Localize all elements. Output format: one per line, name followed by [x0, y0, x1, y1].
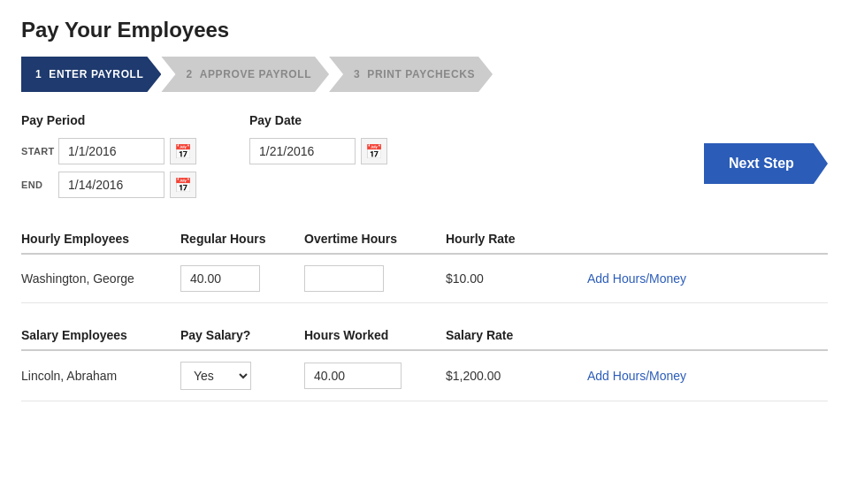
next-step-area: Next Step: [704, 113, 828, 184]
salary-hours-worked-cell: [304, 350, 446, 401]
table-row: Washington, George $10.00 Add Hours/Mone…: [21, 254, 828, 303]
pay-date-input[interactable]: [249, 138, 356, 164]
step-2-label: APPROVE PAYROLL: [200, 68, 311, 80]
hourly-overtime-hours-input[interactable]: [304, 265, 384, 292]
table-row: Lincoln, Abraham Yes No $1,200.00 Add Ho…: [21, 350, 828, 401]
col-regular-hours: Regular Hours: [180, 225, 304, 254]
pay-period-end-input[interactable]: [58, 172, 164, 198]
hourly-rate-cell: $10.00: [446, 254, 587, 303]
pay-date-group: Pay Date 📅: [249, 113, 387, 198]
salary-action-cell: Add Hours/Money: [587, 350, 828, 401]
hourly-section: Hourly Employees Regular Hours Overtime …: [21, 225, 828, 303]
salary-pay-salary-cell: Yes No: [180, 350, 304, 401]
next-step-button[interactable]: Next Step: [704, 143, 828, 184]
hourly-employees-table: Hourly Employees Regular Hours Overtime …: [21, 225, 828, 303]
page-title: Pay Your Employees: [21, 18, 828, 42]
step-1-label: ENTER PAYROLL: [49, 68, 143, 80]
col-hourly-action: [587, 225, 828, 254]
hourly-regular-hours-input[interactable]: [180, 265, 260, 292]
col-hourly-rate: Hourly Rate: [446, 225, 587, 254]
salary-rate-cell: $1,200.00: [446, 350, 587, 401]
salary-hours-worked-input[interactable]: [304, 363, 402, 389]
date-fields: Pay Period START 📅 END 📅 Pay Date 📅: [21, 113, 704, 198]
salary-add-hours-money-link[interactable]: Add Hours/Money: [587, 369, 686, 383]
hourly-regular-hours-cell: [180, 254, 304, 303]
start-label: START: [21, 146, 53, 157]
pay-date-label: Pay Date: [249, 113, 387, 127]
pay-period-label: Pay Period: [21, 113, 196, 127]
pay-period-group: Pay Period START 📅 END 📅: [21, 113, 196, 198]
step-2-number: 2: [186, 68, 192, 80]
hourly-add-hours-money-link[interactable]: Add Hours/Money: [587, 271, 686, 286]
col-pay-salary: Pay Salary?: [180, 321, 304, 350]
pay-salary-select[interactable]: Yes No: [180, 362, 251, 390]
step-2[interactable]: 2 APPROVE PAYROLL: [161, 57, 329, 92]
col-salary-rate: Salary Rate: [446, 321, 587, 350]
pay-period-start-calendar-icon[interactable]: 📅: [170, 138, 196, 164]
col-overtime-hours: Overtime Hours: [304, 225, 446, 254]
hourly-overtime-hours-cell: [304, 254, 446, 303]
hourly-action-cell: Add Hours/Money: [587, 254, 828, 303]
col-salary-employees: Salary Employees: [21, 321, 180, 350]
col-hours-worked: Hours Worked: [304, 321, 446, 350]
hourly-employee-name: Washington, George: [21, 254, 180, 303]
end-label: END: [21, 179, 53, 190]
salary-employees-table: Salary Employees Pay Salary? Hours Worke…: [21, 321, 828, 401]
salary-employee-name: Lincoln, Abraham: [21, 350, 180, 401]
salary-section: Salary Employees Pay Salary? Hours Worke…: [21, 321, 828, 401]
pay-period-section: Pay Period START 📅 END 📅 Pay Date 📅 Next…: [21, 113, 828, 198]
pay-date-row: 📅: [249, 138, 387, 164]
step-3[interactable]: 3 PRINT PAYCHECKS: [329, 57, 493, 92]
pay-date-calendar-icon[interactable]: 📅: [361, 138, 387, 164]
pay-period-end-calendar-icon[interactable]: 📅: [170, 172, 196, 198]
col-salary-action: [587, 321, 828, 350]
pay-period-end-row: END 📅: [21, 172, 196, 198]
col-hourly-employees: Hourly Employees: [21, 225, 180, 254]
step-1-number: 1: [35, 68, 42, 80]
step-3-number: 3: [354, 68, 360, 80]
stepper: 1 ENTER PAYROLL 2 APPROVE PAYROLL 3 PRIN…: [21, 57, 828, 92]
step-3-label: PRINT PAYCHECKS: [367, 68, 475, 80]
step-1[interactable]: 1 ENTER PAYROLL: [21, 57, 161, 92]
pay-period-start-row: START 📅: [21, 138, 196, 164]
pay-period-start-input[interactable]: [58, 138, 164, 164]
